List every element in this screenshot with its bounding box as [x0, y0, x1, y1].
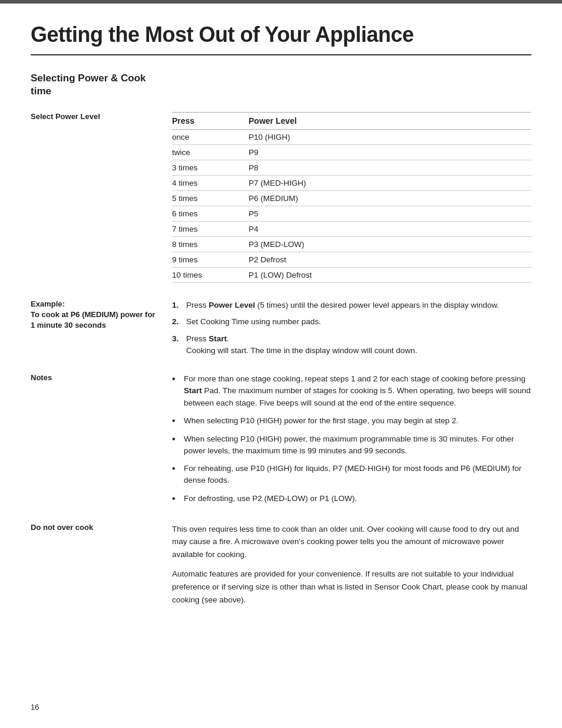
donot-left: Do not over cook: [31, 523, 172, 614]
table-cell-level: P1 (LOW) Defrost: [249, 268, 531, 283]
table-header-power-level: Power Level: [249, 113, 531, 130]
notes-bullet-item: •For more than one stage cooking, repeat…: [172, 373, 531, 409]
bullet-dot: •: [172, 415, 180, 427]
table-row: 4 timesP7 (MED-HIGH): [172, 176, 531, 191]
step-3: 3. Press Start.Cooking will start. The t…: [172, 333, 531, 357]
table-cell-level: P7 (MED-HIGH): [249, 176, 531, 191]
table-cell-level: P5: [249, 206, 531, 222]
step-2-num: 2.: [172, 316, 183, 328]
table-row: 3 timesP8: [172, 160, 531, 176]
left-column: Select Power Level: [31, 112, 172, 299]
table-cell-press: 6 times: [172, 206, 249, 222]
bullet-text: For more than one stage cooking, repeat …: [184, 373, 531, 409]
step-2-text: Set Cooking Time using number pads.: [186, 316, 531, 328]
bullet-dot: •: [172, 433, 180, 446]
bullet-text: For defrosting, use P2 (MED-LOW) or P1 (…: [184, 493, 531, 505]
step-2: 2. Set Cooking Time using number pads.: [172, 316, 531, 328]
notes-label: Notes: [31, 373, 160, 382]
donot-right: This oven requires less time to cook tha…: [172, 523, 531, 614]
notes-bullet-list: •For more than one stage cooking, repeat…: [172, 373, 531, 505]
notes-section: Notes •For more than one stage cooking, …: [31, 373, 531, 510]
table-row: 5 timesP6 (MEDIUM): [172, 191, 531, 206]
table-cell-level: P8: [249, 160, 531, 176]
example-section: Example: To cook at P6 (MEDIUM) power fo…: [31, 299, 531, 361]
step-3-text: Press Start.Cooking will start. The time…: [186, 333, 531, 357]
bullet-dot: •: [172, 493, 180, 505]
table-cell-level: P10 (HIGH): [249, 130, 531, 145]
page-number: 16: [31, 703, 39, 711]
step-3-num: 3.: [172, 333, 183, 357]
table-cell-press: 3 times: [172, 160, 249, 176]
donot-paragraph: This oven requires less time to cook tha…: [172, 523, 531, 561]
notes-bullet-item: •For defrosting, use P2 (MED-LOW) or P1 …: [172, 493, 531, 505]
notes-bullet-item: •For reheating, use P10 (HIGH) for liqui…: [172, 463, 531, 487]
table-row: 10 timesP1 (LOW) Defrost: [172, 268, 531, 283]
example-desc: To cook at P6 (MEDIUM) power for 1 minut…: [31, 309, 160, 331]
table-row: twiceP9: [172, 145, 531, 160]
bullet-dot: •: [172, 463, 180, 475]
donot-section: Do not over cook This oven requires less…: [31, 523, 531, 614]
step-1: 1. Press Power Level (5 times) until the…: [172, 299, 531, 311]
table-header-press: Press: [172, 113, 249, 130]
notes-left: Notes: [31, 373, 172, 510]
example-right: 1. Press Power Level (5 times) until the…: [172, 299, 531, 361]
bullet-text: When selecting P10 (HIGH) power, the max…: [184, 433, 531, 457]
table-cell-press: 5 times: [172, 191, 249, 206]
steps-list: 1. Press Power Level (5 times) until the…: [172, 299, 531, 357]
example-label: Example:: [31, 299, 160, 308]
step-1-text: Press Power Level (5 times) until the de…: [186, 299, 531, 311]
select-power-label: Select Power Level: [31, 112, 160, 121]
power-level-table: Press Power Level onceP10 (HIGH)twiceP93…: [172, 112, 531, 283]
donot-paragraph: Automatic features are provided for your…: [172, 568, 531, 606]
table-cell-press: once: [172, 130, 249, 145]
table-cell-press: 8 times: [172, 237, 249, 252]
table-cell-level: P3 (MED-LOW): [249, 237, 531, 252]
example-left: Example: To cook at P6 (MEDIUM) power fo…: [31, 299, 172, 361]
table-row: onceP10 (HIGH): [172, 130, 531, 145]
table-row: 7 timesP4: [172, 222, 531, 237]
table-cell-press: 9 times: [172, 252, 249, 268]
table-cell-press: 7 times: [172, 222, 249, 237]
section-title: Selecting Power & Cook time: [31, 72, 160, 98]
step-1-num: 1.: [172, 299, 183, 311]
right-column: Press Power Level onceP10 (HIGH)twiceP93…: [172, 112, 531, 299]
table-row: 6 timesP5: [172, 206, 531, 222]
table-cell-level: P6 (MEDIUM): [249, 191, 531, 206]
notes-right: •For more than one stage cooking, repeat…: [172, 373, 531, 510]
table-cell-level: P4: [249, 222, 531, 237]
table-row: 8 timesP3 (MED-LOW): [172, 237, 531, 252]
table-cell-press: 10 times: [172, 268, 249, 283]
donot-label: Do not over cook: [31, 523, 160, 532]
notes-bullet-item: •When selecting P10 (HIGH) power for the…: [172, 415, 531, 427]
notes-bullet-item: •When selecting P10 (HIGH) power, the ma…: [172, 433, 531, 457]
bullet-text: When selecting P10 (HIGH) power for the …: [184, 415, 531, 427]
bullet-dot: •: [172, 373, 180, 386]
table-cell-press: twice: [172, 145, 249, 160]
table-cell-press: 4 times: [172, 176, 249, 191]
table-row: 9 timesP2 Defrost: [172, 252, 531, 268]
bullet-text: For reheating, use P10 (HIGH) for liquid…: [184, 463, 531, 487]
page-title: Getting the Most Out of Your Appliance: [31, 22, 531, 55]
table-cell-level: P9: [249, 145, 531, 160]
table-cell-level: P2 Defrost: [249, 252, 531, 268]
